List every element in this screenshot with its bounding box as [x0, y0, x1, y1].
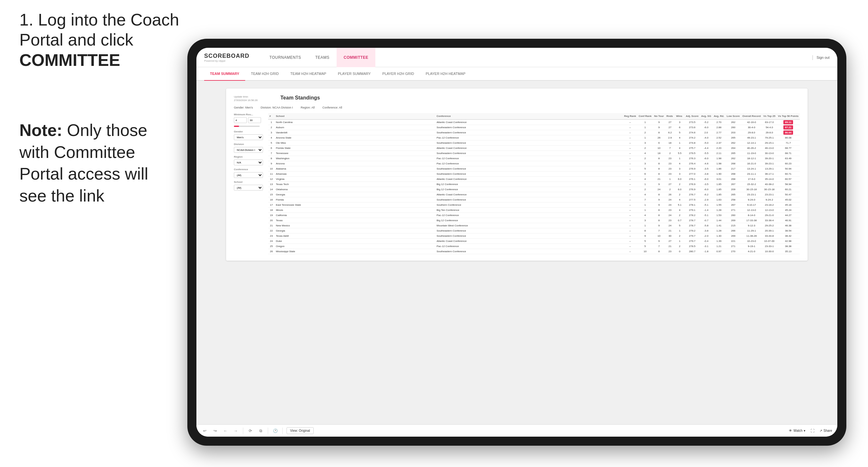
cell-avg-rd: 1.41 [712, 223, 725, 228]
cell-school: Ole Miss [275, 141, 435, 146]
cell-avg-sg: -2.9 [700, 197, 713, 203]
cell-avg-rd: 1.85 [712, 182, 725, 187]
cell-low-score: 262 [725, 156, 741, 161]
cell-vs25: 29-25-2 [762, 223, 777, 228]
cell-school: Georgia [275, 192, 435, 197]
cell-conference: Southeastern Conference [435, 166, 623, 172]
col-avg-rd: Avg. Rd. [712, 113, 725, 120]
cell-overall: 12-14-1 [741, 141, 762, 146]
slider-fill [234, 126, 239, 127]
cell-wins: 1 [675, 239, 684, 244]
back-icon[interactable]: ← [222, 428, 229, 434]
cell-school: Oklahoma [275, 187, 435, 192]
gender-select[interactable]: Men's [234, 134, 263, 140]
forward-icon[interactable]: → [232, 428, 239, 434]
conference-select[interactable]: (All) [234, 172, 263, 178]
cell-wins: 6.0 [675, 187, 684, 192]
view-original-button[interactable]: View: Original [286, 427, 314, 434]
subnav-team-summary[interactable]: TEAM SUMMARY [204, 67, 245, 81]
subnav-player-h2h-grid[interactable]: PLAYER H2H GRID [377, 67, 420, 81]
table-row: 25 Oregon Pac-12 Conference – 5 7 21 2 2… [268, 244, 800, 249]
cell-school: Arkansas [275, 172, 435, 177]
cell-avg-rd: 1.21 [712, 244, 725, 249]
cell-overall: 11-19-0 [741, 151, 762, 156]
cell-avg-sg: -6.0 [700, 177, 713, 182]
share-button[interactable]: ↗ Share [819, 429, 832, 432]
cell-overall: 18-12-1 [741, 156, 762, 161]
cell-adj-score: 278.2 [684, 213, 700, 218]
min-rounds-input2[interactable] [248, 117, 261, 123]
cell-avg-sg: -0.4 [700, 239, 713, 244]
subnav-player-summary[interactable]: PLAYER SUMMARY [332, 67, 377, 81]
cell-adj-score: 276.1 [684, 177, 700, 182]
cell-avg-rd: 1.98 [712, 156, 725, 161]
undo-icon[interactable]: ↩ [202, 428, 208, 434]
cell-rnds: 7 [665, 146, 675, 151]
cell-wins: 4 [675, 135, 684, 141]
cell-vs50pts: 60.23 [777, 161, 800, 166]
cell-overall: 8-14-0 [741, 213, 762, 218]
cell-avg-rd: 1.85 [712, 192, 725, 197]
cell-adj-score: 279.7 [684, 239, 700, 244]
school-select[interactable]: (All) [234, 185, 263, 191]
cell-rnds: 2 [665, 151, 675, 156]
copy-icon[interactable]: ⧉ [257, 428, 264, 434]
nav-committee[interactable]: COMMITTEE [337, 48, 376, 67]
table-row: 12 Virginia Atlantic Coast Conference – … [268, 177, 800, 182]
nav-tournaments[interactable]: TOURNAMENTS [262, 48, 308, 67]
redo-icon[interactable]: ↪ [212, 428, 218, 434]
cell-avg-rd: 0.97 [712, 249, 725, 254]
cell-rank: 21 [268, 223, 275, 228]
cell-avg-rd: 2.20 [712, 146, 725, 151]
table-row: 10 Alabama Southeastern Conference – 5 8… [268, 166, 800, 172]
cell-vs50pts: 68.71 [777, 151, 800, 156]
cell-reg-rank: – [623, 146, 637, 151]
cell-vs25: 23-18-2 [762, 203, 777, 208]
subnav-player-h2h-heatmap[interactable]: PLAYER H2H HEATMAP [420, 67, 471, 81]
watch-button[interactable]: 👁 Watch ▾ [789, 429, 805, 432]
min-rounds-input1[interactable] [234, 117, 247, 123]
cell-wins: 0.7 [675, 218, 684, 223]
subnav-team-h2h-heatmap[interactable]: TEAM H2H HEATMAP [285, 67, 332, 81]
clock-icon[interactable]: 🕐 [272, 428, 278, 434]
cell-avg-rd: 1.28 [712, 208, 725, 213]
cell-wins: 5.1 [675, 203, 684, 208]
cell-avg-sg: -5.1 [700, 203, 713, 208]
eye-icon: 👁 [789, 429, 792, 432]
cell-rank: 10 [268, 166, 275, 172]
expand-icon[interactable]: ⛶ [809, 428, 816, 434]
region-select[interactable]: N/A [234, 160, 263, 165]
cell-conf-rank: 2 [637, 156, 653, 161]
cell-vs50pts: 46.38 [777, 223, 800, 228]
cell-vs25: 46-13-0 [762, 146, 777, 151]
cell-low-score: 269 [725, 218, 741, 223]
cell-rank: 1 [268, 120, 275, 125]
table-row: 20 Texas Big 12 Conference – 3 8 23 0.7 … [268, 218, 800, 223]
cell-avg-rd: 1.90 [712, 172, 725, 177]
slider-bar[interactable] [234, 126, 260, 127]
cell-vs50pts: 58.94 [777, 182, 800, 187]
cell-school: Arizona State [275, 135, 435, 141]
division-select[interactable]: NCAA Division I [234, 147, 263, 153]
tablet-device: SCOREBOARD Powered by clippd TOURNAMENTS… [187, 39, 846, 446]
cell-vs25: 23-33-1 [762, 244, 777, 249]
standings-panel: Update time: 27/03/2024 16:56:26 Team St… [226, 89, 808, 261]
nav-teams[interactable]: TEAMS [308, 48, 337, 67]
cell-school: Oregon [275, 244, 435, 249]
cell-adj-score: 276.9 [684, 182, 700, 187]
refresh-icon[interactable]: ⟳ [247, 428, 254, 434]
cell-low-score: 268 [725, 172, 741, 177]
cell-reg-rank: – [623, 172, 637, 177]
cell-reg-rank: – [623, 141, 637, 146]
sign-out-link[interactable]: Sign out [817, 56, 830, 59]
cell-no-tour: 7 [653, 244, 665, 249]
col-vs50pts: Vs Top 50 Points [777, 113, 800, 120]
main-content: Update time: 27/03/2024 16:56:26 Team St… [196, 81, 837, 424]
standings-table: # School Conference Reg Rank Conf Rank N… [268, 113, 800, 254]
cell-low-score: 271 [725, 208, 741, 213]
cell-reg-rank: – [623, 249, 637, 254]
cell-vs25: 39-23-1 [762, 161, 777, 166]
subnav-team-h2h-grid[interactable]: TEAM H2H GRID [245, 67, 285, 81]
logo-main: SCOREBOARD [204, 53, 249, 59]
cell-rnds: 18 [665, 141, 675, 146]
